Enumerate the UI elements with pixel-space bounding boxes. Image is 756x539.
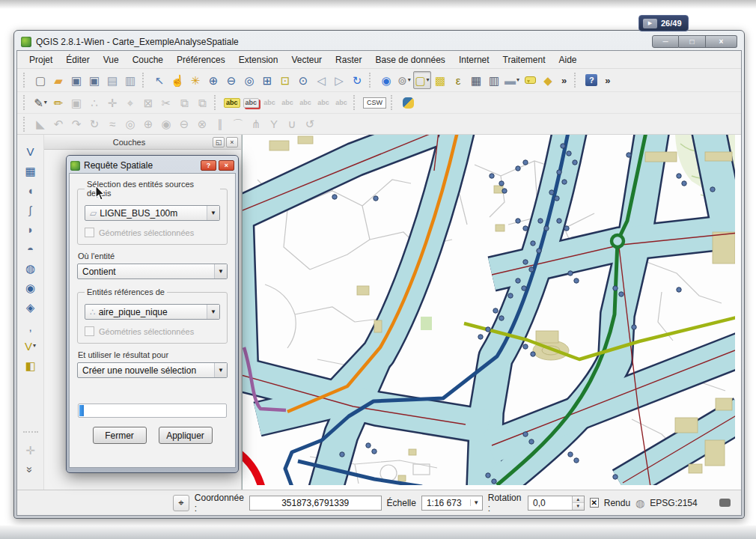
add-mssql-layer-icon[interactable]: ◗ [22, 220, 40, 238]
current-edits-icon[interactable]: ✎▾ [31, 94, 49, 112]
menu-vecteur[interactable]: Vecteur [285, 52, 328, 67]
rotate-point-symbols-icon[interactable]: ↺ [301, 115, 319, 133]
undo-icon[interactable]: ↶ [49, 115, 67, 133]
toolbar-overflow-2-icon[interactable]: » [605, 75, 610, 86]
zoom-native-icon[interactable]: ◎ [240, 71, 258, 89]
minimize-button[interactable]: ─ [652, 35, 679, 48]
fermer-button[interactable]: Fermer [93, 427, 147, 444]
touch-zoom-pan-icon[interactable]: ↖ [150, 71, 168, 89]
label-move-icon[interactable]: abc [296, 94, 314, 112]
merge-features-icon[interactable]: ∪ [283, 115, 301, 133]
select-by-expression-icon[interactable]: ε [449, 71, 467, 89]
menu--diter[interactable]: Éditer [60, 52, 95, 67]
dialog-titlebar[interactable]: Requête Spatiale ? × [69, 158, 236, 173]
toolbar-overflow-icon[interactable]: » [561, 75, 567, 86]
dialog-help-button[interactable]: ? [201, 160, 216, 171]
reshape-features-icon[interactable]: ⌒ [229, 115, 247, 133]
scale-combo[interactable]: 1:16 673 ▼ [421, 496, 483, 511]
offset-curve-icon[interactable]: ∥ [211, 115, 229, 133]
map-tips-icon[interactable] [521, 71, 539, 89]
menu-projet[interactable]: Projet [23, 52, 58, 67]
layers-panel-header[interactable]: Couches ◱ × [44, 135, 241, 150]
labeling-icon[interactable]: abc [222, 94, 242, 112]
deselect-all-icon[interactable]: ▩ [431, 71, 449, 89]
label-properties-icon[interactable]: abc [332, 94, 350, 112]
select-rectangle-icon[interactable]: ▢▾ [413, 71, 431, 89]
zoom-next-icon[interactable]: ▷ [330, 71, 348, 89]
zoom-tool-menu-icon[interactable]: ⊚▾ [395, 71, 413, 89]
operator-combo[interactable]: Contient ▼ [77, 264, 228, 279]
coordinate-toggle-icon[interactable]: ⌖ [173, 495, 189, 511]
field-calculator-icon[interactable]: ▥ [485, 71, 503, 89]
close-button[interactable]: × [706, 35, 737, 48]
render-checkbox[interactable]: ✕ [590, 498, 599, 508]
open-project-icon[interactable]: ▰ [49, 71, 67, 89]
reference-selected-geometries-checkbox[interactable] [85, 326, 94, 336]
help-contents-icon[interactable]: ? [582, 71, 600, 89]
new-print-composer-icon[interactable]: ▤ [103, 71, 121, 89]
add-wfs-layer-icon[interactable]: ◈ [22, 298, 40, 316]
crs-globe-icon[interactable]: ◍ [635, 497, 644, 509]
video-playlist-badge[interactable]: ▶ 26/49 [638, 15, 689, 31]
cut-features-icon[interactable]: ✂ [157, 94, 175, 112]
delete-part-icon[interactable]: ⊗ [193, 115, 211, 133]
measure-line-icon[interactable]: ▬▾ [503, 71, 521, 89]
save-project-as-icon[interactable]: ▣ [85, 71, 103, 89]
add-oracle-layer-icon[interactable]: ◓ [22, 240, 40, 258]
menu-internet[interactable]: Internet [453, 52, 496, 67]
panel-float-button[interactable]: ◱ [213, 137, 225, 147]
label-rotate-icon[interactable]: abc [278, 94, 296, 112]
add-raster-layer-icon[interactable]: ▦ [22, 162, 40, 180]
titlebar[interactable]: QGIS 2.8.1-Wien - Carte_ExempleAnalyseSp… [16, 33, 742, 50]
add-ring-icon[interactable]: ◎ [121, 115, 139, 133]
pan-to-selection-icon[interactable]: ✳ [186, 71, 204, 89]
new-project-icon[interactable]: ▢ [31, 71, 49, 89]
panel-close-button[interactable]: × [226, 137, 238, 147]
redo-icon[interactable]: ↷ [67, 115, 85, 133]
messages-bubble-icon[interactable] [719, 499, 731, 507]
source-selected-geometries-checkbox[interactable] [85, 228, 94, 237]
identify-features-icon[interactable]: ◉ [377, 71, 395, 89]
move-feature-icon[interactable]: ✛ [103, 94, 121, 112]
menu-base-de-donn-es[interactable]: Base de données [369, 52, 451, 67]
add-spatialite-layer-icon[interactable]: ʃ [22, 201, 40, 219]
maximize-button[interactable]: □ [679, 35, 706, 48]
rotation-spinner[interactable]: 0,0 ▲▼ [528, 496, 585, 511]
label-show-hide-icon[interactable]: abc [260, 94, 278, 112]
menu-aide[interactable]: Aide [552, 52, 582, 67]
attribute-table-icon[interactable]: ▦ [467, 71, 485, 89]
add-feature-icon[interactable]: ∴ [85, 94, 103, 112]
save-edits-icon[interactable]: ▣ [67, 94, 85, 112]
result-combo[interactable]: Créer une nouvelle sélection ▼ [77, 362, 228, 378]
toggle-editing-icon[interactable]: ✏ [49, 94, 67, 112]
zoom-to-layer-icon[interactable]: ⊙ [294, 71, 312, 89]
zoom-out-icon[interactable]: ⊖ [222, 71, 240, 89]
pan-map-icon[interactable]: ☝ [168, 71, 186, 89]
new-shapefile-layer-icon[interactable]: V▾ [22, 337, 40, 355]
composer-manager-icon[interactable]: ▥ [121, 71, 139, 89]
add-postgis-layer-icon[interactable]: ◖ [22, 181, 40, 199]
menu-traitement[interactable]: Traitement [497, 52, 552, 67]
zoom-full-icon[interactable]: ⊞ [258, 71, 276, 89]
menu-couche[interactable]: Couche [126, 52, 169, 67]
zoom-in-icon[interactable]: ⊕ [204, 71, 222, 89]
add-vector-layer-icon[interactable]: V [22, 142, 40, 160]
spinner-arrows[interactable]: ▲▼ [572, 496, 584, 510]
fill-ring-icon[interactable]: ◉ [157, 115, 175, 133]
delete-ring-icon[interactable]: ⊖ [175, 115, 193, 133]
zoom-to-selection-icon[interactable]: ⊡ [276, 71, 294, 89]
refresh-map-icon[interactable]: ↻ [348, 71, 366, 89]
menu-extension[interactable]: Extension [233, 52, 284, 67]
add-wms-layer-icon[interactable]: ◍ [22, 259, 40, 277]
new-bookmark-icon[interactable]: ◆ [539, 71, 557, 89]
paste-features-icon[interactable]: ⧉ [193, 94, 211, 112]
menu-vue[interactable]: Vue [97, 52, 125, 67]
crs-label[interactable]: EPSG:2154 [650, 498, 697, 508]
split-parts-icon[interactable]: ⋔ [247, 115, 265, 133]
label-pin-icon[interactable]: abc [242, 94, 261, 112]
add-part-icon[interactable]: ⊕ [139, 115, 157, 133]
menu-pr-f-rences[interactable]: Préférences [171, 52, 231, 67]
simplify-feature-icon[interactable]: ≈ [103, 115, 121, 133]
add-wcs-layer-icon[interactable]: ◉ [22, 278, 40, 296]
collapse-toolbar-icon[interactable]: » [22, 460, 40, 478]
